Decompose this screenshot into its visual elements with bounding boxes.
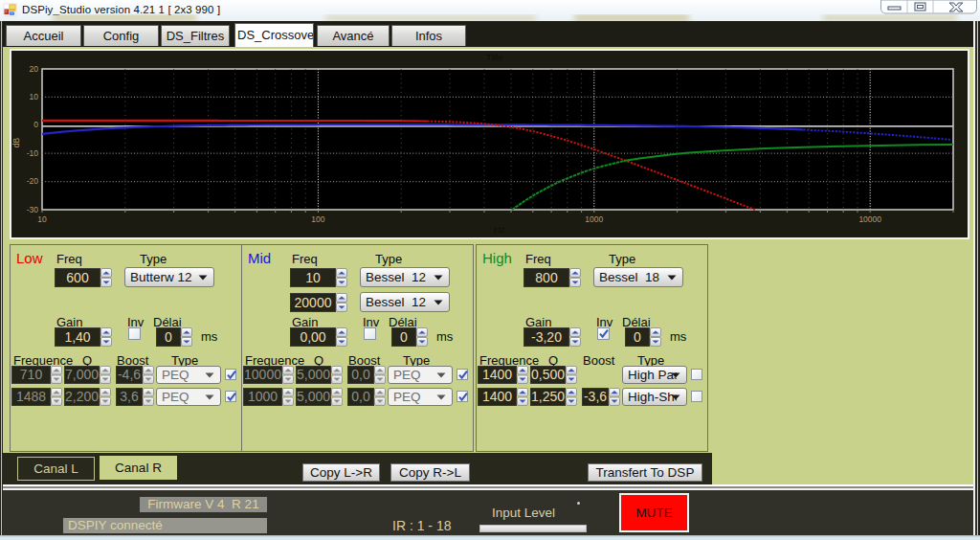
svg-text:1000: 1000 [585, 214, 603, 224]
svg-text:-20: -20 [27, 176, 39, 186]
svg-text:100: 100 [311, 214, 324, 224]
svg-text:20: 20 [30, 64, 39, 74]
svg-text:10000: 10000 [858, 214, 881, 224]
svg-text:10: 10 [37, 214, 47, 224]
svg-text:0: 0 [33, 120, 38, 129]
svg-text:dB: dB [11, 137, 21, 147]
svg-text:-30: -30 [27, 205, 39, 214]
svg-text:-10: -10 [27, 148, 39, 158]
svg-text:10: 10 [30, 92, 39, 101]
svg-text:Title: Title [486, 52, 503, 62]
svg-text:Hz: Hz [494, 224, 505, 235]
